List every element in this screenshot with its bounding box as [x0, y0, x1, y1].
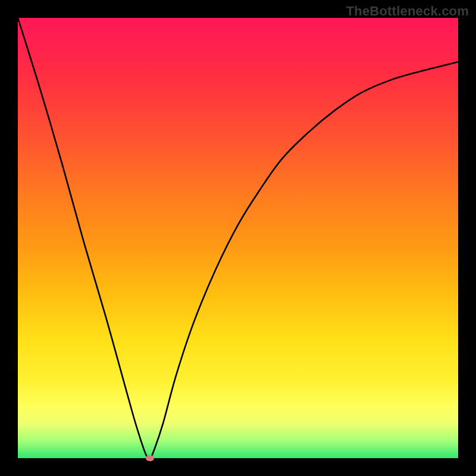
minimum-point-marker — [146, 455, 154, 461]
plot-area — [18, 18, 458, 458]
curve-layer — [18, 18, 458, 458]
watermark-text: TheBottleneck.com — [346, 4, 469, 19]
bottleneck-curve — [18, 18, 458, 458]
chart-frame: TheBottleneck.com — [0, 0, 476, 476]
